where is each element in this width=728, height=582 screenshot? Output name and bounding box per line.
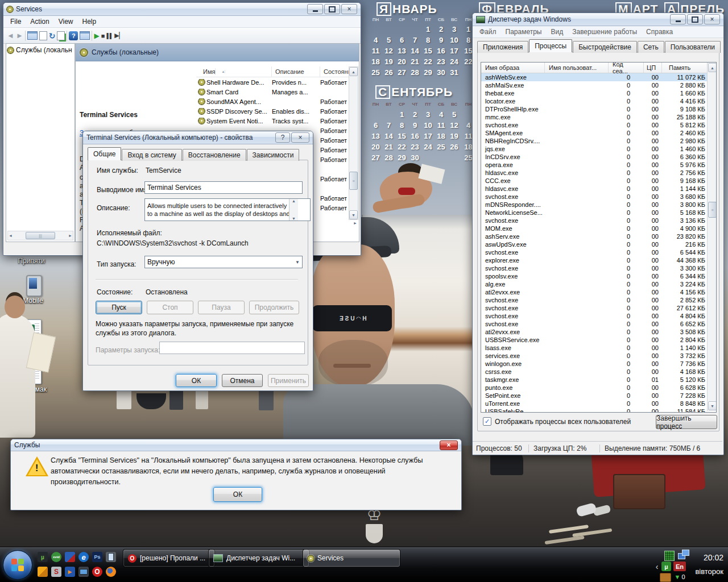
process-row[interactable]: svchost.exe 0 00 6 544 КБ bbox=[481, 248, 716, 256]
dialog-titlebar[interactable]: Terminal Services (Локальный компьютер) … bbox=[83, 131, 313, 144]
menu-item[interactable]: Help bbox=[78, 16, 101, 27]
process-row[interactable]: thebat.exe 0 00 1 660 КБ bbox=[481, 89, 716, 97]
service-row[interactable] bbox=[320, 164, 350, 174]
process-list-scrollbar[interactable]: ▲ ≡ ▼ bbox=[707, 63, 716, 411]
console-window-icon[interactable] bbox=[80, 31, 90, 40]
column-header-cpu[interactable]: ЦП bbox=[644, 63, 662, 73]
network-tray-icon[interactable] bbox=[678, 550, 688, 560]
tree-item-services-local[interactable]: Службы (локальн bbox=[6, 44, 75, 56]
start-button[interactable] bbox=[3, 550, 32, 580]
pause-service-icon[interactable]: ▌▌ bbox=[106, 33, 113, 39]
dialog-tab[interactable]: Восстановление bbox=[183, 149, 246, 161]
service-row[interactable]: Работает bbox=[320, 135, 350, 145]
mobile-sync-icon[interactable] bbox=[106, 552, 116, 562]
service-row[interactable]: Работает bbox=[320, 155, 350, 164]
service-row[interactable]: Работает bbox=[320, 126, 350, 135]
service-row[interactable]: Shell Hardware De... Provides n... Работ… bbox=[196, 77, 350, 87]
process-row[interactable]: alg.exe 0 00 3 224 КБ bbox=[481, 280, 716, 288]
scroll-thumb[interactable]: ≡ bbox=[349, 172, 358, 190]
xvid-icon[interactable]: xvid bbox=[51, 552, 61, 562]
process-row[interactable]: svchost.exe 0 00 6 652 КБ bbox=[481, 320, 716, 328]
process-row[interactable]: InCDSrv.exe 0 00 6 360 КБ bbox=[481, 153, 716, 161]
taskmgr-tab[interactable]: Сеть bbox=[638, 41, 664, 53]
menu-item[interactable]: Завершение работы bbox=[568, 27, 642, 37]
cancel-button[interactable]: Отмена bbox=[222, 374, 263, 387]
column-header-session[interactable]: Код сеа... bbox=[609, 63, 644, 73]
clock[interactable]: 20:02 bbox=[693, 553, 723, 562]
briefcase-tray-icon[interactable] bbox=[660, 573, 671, 582]
stop-button[interactable]: Стоп bbox=[147, 301, 193, 314]
process-row[interactable]: ashMaiSv.exe 0 00 2 880 КБ bbox=[481, 81, 716, 89]
process-row[interactable]: ati2evxx.exe 0 00 3 508 КБ bbox=[481, 328, 716, 336]
menu-item[interactable]: Справка bbox=[642, 27, 677, 37]
scroll-thumb[interactable]: ≡ bbox=[708, 202, 717, 218]
dialog-tab[interactable]: Зависимости bbox=[247, 149, 300, 161]
start-button[interactable]: Пуск bbox=[96, 301, 142, 314]
process-row[interactable]: mDNSResponder.... 0 00 3 800 КБ bbox=[481, 201, 716, 209]
forward-icon[interactable]: ► bbox=[16, 31, 23, 40]
incd-tray-icon[interactable] bbox=[664, 551, 675, 561]
opera-icon[interactable]: O bbox=[92, 567, 102, 577]
resume-button[interactable]: Продолжить bbox=[249, 301, 299, 314]
service-row[interactable]: System Event Noti... Tracks syst... Рабо… bbox=[196, 116, 350, 126]
error-titlebar[interactable]: Службы × bbox=[11, 439, 461, 451]
process-row[interactable]: spoolsv.exe 0 00 6 344 КБ bbox=[481, 272, 716, 280]
process-row[interactable]: explorer.exe 0 00 44 368 КБ bbox=[481, 256, 716, 264]
desktop-icon-label[interactable]: Припяти bbox=[0, 257, 63, 265]
process-row[interactable]: NetworkLicenseSe... 0 00 5 168 КБ bbox=[481, 209, 716, 217]
process-row[interactable]: hldasvc.exe 0 00 2 756 КБ bbox=[481, 169, 716, 177]
process-row[interactable]: SetPoint.exe 0 00 7 228 КБ bbox=[481, 392, 716, 400]
properties-icon[interactable] bbox=[39, 31, 47, 40]
service-row[interactable]: SSDP Discovery Se... Enables dis... Рабо… bbox=[196, 106, 350, 116]
menu-item[interactable]: View bbox=[54, 16, 78, 27]
console-tree-icon[interactable] bbox=[27, 31, 38, 40]
process-row[interactable]: uTorrent.exe 0 00 8 848 КБ bbox=[481, 400, 716, 408]
scroll-down-icon[interactable]: ▼ bbox=[708, 401, 717, 410]
mobile-device-icon[interactable] bbox=[26, 275, 42, 297]
scroll-right-icon[interactable]: ► bbox=[353, 221, 357, 225]
process-row[interactable]: svchost.exe 0 00 4 804 КБ bbox=[481, 312, 716, 320]
language-indicator[interactable]: En bbox=[673, 562, 686, 571]
firefox-icon[interactable] bbox=[106, 567, 116, 577]
process-row[interactable]: ashWebSv.exe 0 00 11 072 КБ bbox=[481, 73, 716, 81]
tree-horizontal-scrollbar[interactable]: ◄ ||| ► bbox=[7, 231, 73, 240]
process-row[interactable]: svchost.exe 0 00 27 612 КБ bbox=[481, 304, 716, 312]
menu-item[interactable]: Вид bbox=[546, 27, 568, 37]
menu-item[interactable]: Файл bbox=[475, 27, 501, 37]
minimize-button[interactable] bbox=[670, 14, 686, 24]
process-row[interactable]: jqs.exe 0 00 1 460 КБ bbox=[481, 145, 716, 153]
internet-explorer-icon[interactable]: e bbox=[78, 552, 89, 562]
help-icon[interactable]: ? bbox=[69, 31, 78, 40]
service-row[interactable]: Работает bbox=[320, 203, 350, 213]
services-titlebar[interactable]: Services × bbox=[3, 3, 361, 16]
scroll-thumb[interactable]: ||| bbox=[26, 232, 55, 239]
process-row[interactable]: ati2evxx.exe 0 00 4 156 КБ bbox=[481, 288, 716, 296]
dialog-tab[interactable]: Общие bbox=[88, 147, 121, 160]
process-row[interactable]: hldasvc.exe 0 00 1 144 КБ bbox=[481, 185, 716, 193]
process-row[interactable]: svchost.exe 0 00 3 136 КБ bbox=[481, 217, 716, 225]
process-row[interactable]: USBSafelyRe... 0 00 11 584 КБ bbox=[481, 408, 716, 413]
service-row[interactable]: Smart Card Manages a... bbox=[196, 87, 350, 97]
refresh-icon[interactable]: ↻ bbox=[49, 31, 56, 40]
column-header-description[interactable]: Описание bbox=[272, 66, 320, 77]
punto-switcher-icon[interactable] bbox=[38, 567, 48, 577]
menu-item[interactable]: Action bbox=[26, 16, 53, 27]
column-header-memory[interactable]: Память bbox=[662, 63, 709, 73]
speedfan-icon[interactable]: S bbox=[51, 567, 61, 577]
service-row[interactable]: Работает bbox=[320, 193, 350, 203]
utorrent-tray-icon[interactable]: µ bbox=[661, 562, 671, 571]
minimize-button[interactable] bbox=[307, 4, 323, 14]
photoshop-icon[interactable]: Ps bbox=[92, 552, 102, 562]
close-button[interactable]: × bbox=[341, 4, 357, 14]
display-settings-icon[interactable] bbox=[78, 567, 89, 577]
process-row[interactable]: MOM.exe 0 00 4 900 КБ bbox=[481, 225, 716, 232]
menu-item[interactable]: Параметры bbox=[501, 27, 547, 37]
taskmgr-tab[interactable]: Пользователи bbox=[665, 41, 721, 53]
process-row[interactable]: locator.exe 0 00 4 416 КБ bbox=[481, 97, 716, 105]
process-row[interactable]: punto.exe 0 00 6 628 КБ bbox=[481, 384, 716, 392]
process-row[interactable]: opera.exe 0 00 5 976 КБ bbox=[481, 161, 716, 169]
daemon-tools-icon[interactable] bbox=[65, 552, 75, 562]
taskbar-button-services[interactable]: Services bbox=[303, 549, 400, 567]
process-row[interactable]: DTProShellHlp.exe 0 00 9 108 КБ bbox=[481, 105, 716, 113]
show-all-processes-checkbox[interactable]: ✓ bbox=[483, 417, 491, 426]
